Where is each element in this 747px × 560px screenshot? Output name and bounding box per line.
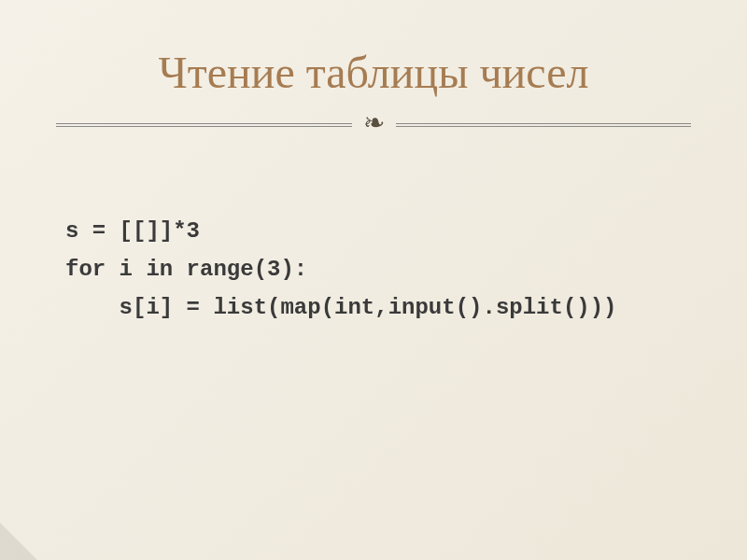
- code-line-1: s = [[]]*3: [65, 213, 691, 251]
- slide-container: Чтение таблицы чисел ❧ s = [[]]*3 for i …: [0, 0, 747, 560]
- divider-line-right: [396, 123, 692, 127]
- code-line-3: s[i] = list(map(int,input().split())): [65, 289, 691, 328]
- divider-line-left: [56, 123, 352, 127]
- title-divider: ❧: [56, 112, 691, 138]
- fleuron-icon: ❧: [363, 110, 385, 136]
- slide-title: Чтение таблицы чисел: [56, 47, 691, 98]
- code-block: s = [[]]*3 for i in range(3): s[i] = lis…: [65, 213, 691, 327]
- code-line-2: for i in range(3):: [65, 251, 691, 289]
- corner-fold-decoration: [0, 523, 37, 560]
